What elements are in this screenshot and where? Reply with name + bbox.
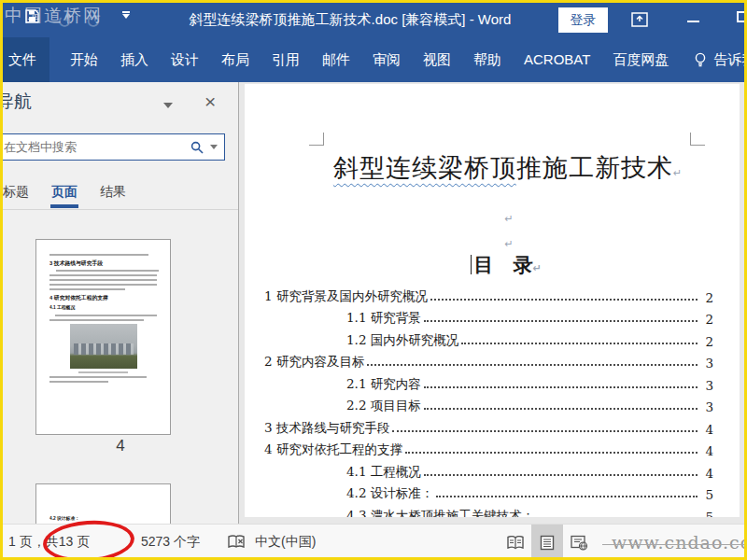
tab-references[interactable]: 引用 [261,37,311,82]
tab-baidu-netdisk[interactable]: 百度网盘 [601,37,680,82]
tab-help[interactable]: 帮助 [462,37,513,82]
toc-page-number: 2 [700,290,713,305]
navigation-options-dropdown-icon[interactable] [163,103,173,108]
dot-leader [367,364,698,366]
document-area: 斜型连续梁桥顶推施工新技术↵ ↵ ↵ 目 录↵ 1 研究背景及国内外研究概况2 … [239,82,744,524]
sign-in-button[interactable]: 登录 [558,7,608,33]
tab-insert[interactable]: 插入 [109,37,160,82]
main-region: 导航 标题 页面 结果 3 技术路线与研究手段 [3,82,744,524]
toc-entry[interactable]: 2.1 研究内容3 [264,371,713,393]
toc-label: 4.3 澧水大桥顶推施工关键技术： [346,508,534,518]
document-page[interactable]: 斜型连续梁桥顶推施工新技术↵ ↵ ↵ 目 录↵ 1 研究背景及国内外研究概况2 … [245,84,740,517]
dot-leader [424,408,698,410]
toc-page-number: 5 [700,487,713,502]
proofing-errors-icon[interactable] [227,535,246,550]
view-switcher [500,525,595,560]
toc-page-number: 3 [700,399,713,414]
page-thumbnail-4[interactable]: 3 技术路线与研究手段 4 研究对依托工程的支撑 4.1 工程概况 [35,239,171,435]
toc-label: 1 研究背景及国内外研究概况 [264,288,428,305]
status-bar: 1 页，共13 页 5273 个字 中文(中国) www.cndao.com [3,524,744,560]
toc-label: 4.2 设计标准： [346,485,433,502]
bridge-photo [70,324,137,369]
search-icon[interactable] [185,134,209,160]
thumb-text-line [55,315,157,316]
toc-label: 4 研究对依托工程的支撑 [264,441,402,458]
toc-entry[interactable]: 4 研究对依托工程的支撑4 [264,437,713,459]
thumb-text-line [56,270,159,272]
paragraph-mark: ↵ [532,262,541,274]
tab-review[interactable]: 审阅 [361,37,412,82]
dot-leader [461,343,698,344]
nav-tab-results[interactable]: 结果 [89,178,137,208]
toc-entry[interactable]: 1 研究背景及国内外研究概况2 [264,283,713,305]
ribbon-tab-bar: 文件 开始 插入 设计 布局 引用 邮件 审阅 视图 帮助 ACROBAT 百度… [3,37,744,82]
toc-entry[interactable]: 4.1 工程概况4 [264,458,713,481]
navigation-tabs: 标题 页面 结果 [3,178,137,208]
toc-entry[interactable]: 2 研究内容及目标3 [264,349,713,371]
paragraph-mark: ↵ [504,238,513,250]
margin-corner-mark [309,133,324,146]
paragraph-mark: ↵ [673,167,683,179]
language-status[interactable]: 中文(中国) [255,534,358,551]
dot-leader [424,386,698,388]
thumb-text-line [49,254,148,256]
read-mode-button[interactable] [500,525,531,560]
document-title-underlined: 斜型连续梁桥顶 [333,153,516,182]
page-count-status[interactable]: 1 页，共13 页 [8,534,141,551]
word-count-status[interactable]: 5273 个字 [141,534,223,551]
toc-label: 1.1 研究背景 [346,310,421,327]
toc-page-number: 4 [700,422,713,437]
toc-page-number: 2 [700,312,713,327]
thumb-heading: 4.2 设计标准： [49,516,101,520]
tab-home[interactable]: 开始 [59,37,109,82]
ribbon-display-options-icon[interactable] [630,10,649,33]
page-thumbnail-5[interactable]: 4.2 设计标准： [35,483,171,524]
toc-label: 3 技术路线与研究手段 [264,420,389,437]
lightbulb-icon [693,51,708,68]
toc-entry[interactable]: 1.1 研究背景2 [264,305,713,328]
tell-me-box[interactable]: 告诉我 [708,37,747,82]
toc-label: 2.2 项目目标 [346,398,421,414]
search-dropdown-icon[interactable] [209,145,224,149]
toc-page-number: 3 [700,356,713,371]
toc-entry[interactable]: 3 技术路线与研究手段4 [264,414,713,437]
nav-tab-headings[interactable]: 标题 [3,178,40,208]
toc-page-number: 5 [700,510,713,518]
toc-entry[interactable]: 2.2 项目目标3 [264,393,713,415]
toc-entry[interactable]: 1.2 国内外研究概况2 [264,327,713,349]
dot-leader [430,299,698,301]
thumb-heading: 4 研究对依托工程的支撑 [49,295,112,300]
toc-page-number: 4 [700,443,713,458]
quick-access-dropdown-icon[interactable] [122,14,130,19]
thumb-text-line [49,319,144,321]
thumb-caption-line [78,371,128,373]
close-icon[interactable] [204,91,216,113]
maximize-button[interactable] [737,11,747,22]
tab-file[interactable]: 文件 [3,37,49,82]
toc-entry[interactable]: 4.2 设计标准：5 [264,481,713,503]
toc-heading-text: 目 录 [473,253,532,276]
nav-tab-pages[interactable]: 页面 [40,178,89,208]
thumb-text-line [49,381,108,383]
toc-label: 2 研究内容及目标 [264,354,364,371]
toc-entry[interactable]: 4.3 澧水大桥顶推施工关键技术：5 [264,502,713,517]
document-title-rest: 推施工新技术 [516,153,673,182]
word-window: 中国道桥网 ↺↺ 斜型连续梁桥顶推施工新技术.doc [兼容模式] - Word… [0,0,747,560]
tab-mailings[interactable]: 邮件 [311,37,361,82]
minimize-button[interactable] [680,10,708,31]
margin-corner-mark [690,133,705,146]
tab-layout[interactable]: 布局 [210,37,261,82]
thumb-text-line [49,279,157,281]
tab-view[interactable]: 视图 [412,37,462,82]
print-layout-button[interactable] [531,525,563,560]
web-layout-button[interactable] [563,525,595,560]
search-input[interactable] [3,140,185,154]
tab-acrobat[interactable]: ACROBAT [513,37,601,82]
window-title: 斜型连续梁桥顶推施工新技术.doc [兼容模式] - Word [190,11,512,29]
tab-design[interactable]: 设计 [160,37,210,82]
save-icon[interactable] [25,9,39,27]
document-title: 斜型连续梁桥顶推施工新技术↵ [245,151,740,185]
dot-leader [424,474,698,476]
undo-redo-icons: ↺↺ [57,10,115,33]
dot-leader [392,430,698,432]
